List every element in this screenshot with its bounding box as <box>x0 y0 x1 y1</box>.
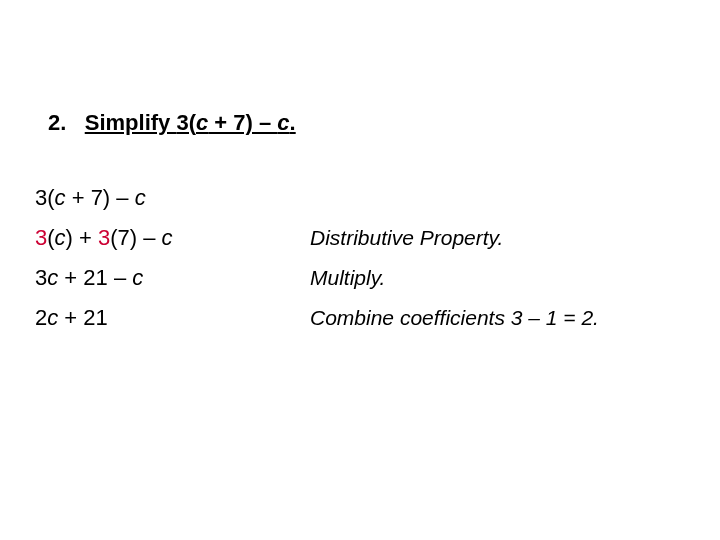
step-expression: 3(c) + 3(7) – c <box>35 225 310 251</box>
step-reason: Distributive Property. <box>310 226 503 250</box>
problem-statement: Simplify 3(c + 7) – c. <box>85 110 296 135</box>
step-row: 3c + 21 – c Multiply. <box>35 265 599 291</box>
step-reason: Multiply. <box>310 266 385 290</box>
slide: 2. Simplify 3(c + 7) – c. 3(c + 7) – c 3… <box>0 0 720 540</box>
problem-heading: 2. Simplify 3(c + 7) – c. <box>48 110 296 136</box>
step-expression: 3c + 21 – c <box>35 265 310 291</box>
step-expression: 2c + 21 <box>35 305 310 331</box>
step-row: 2c + 21 Combine coefficients 3 – 1 = 2. <box>35 305 599 331</box>
step-row: 3(c) + 3(7) – c Distributive Property. <box>35 225 599 251</box>
work-steps: 3(c + 7) – c 3(c) + 3(7) – c Distributiv… <box>35 185 599 345</box>
step-row: 3(c + 7) – c <box>35 185 599 211</box>
step-reason: Combine coefficients 3 – 1 = 2. <box>310 306 599 330</box>
step-expression: 3(c + 7) – c <box>35 185 310 211</box>
problem-number: 2. <box>48 110 66 135</box>
